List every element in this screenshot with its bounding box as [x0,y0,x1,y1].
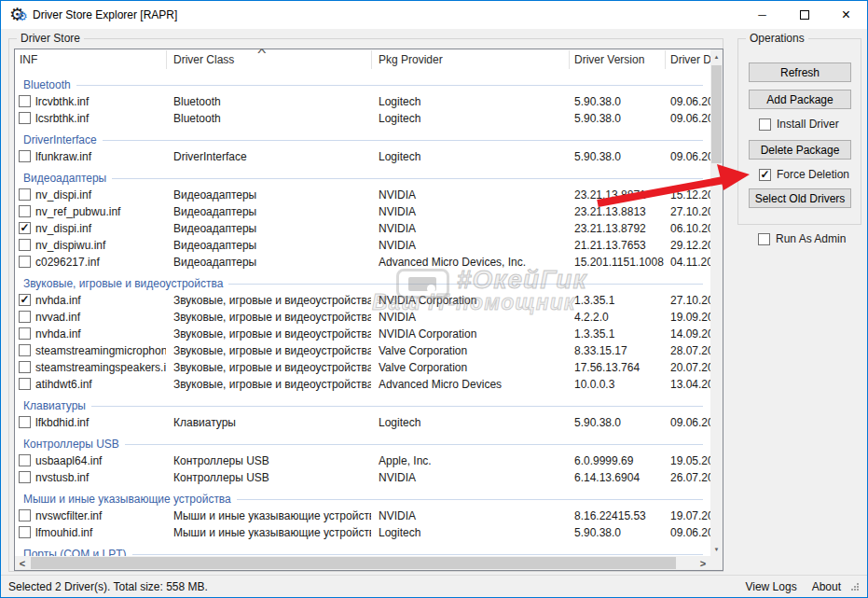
driver-row[interactable]: nvswcfilter.infМыши и иные указывающие у… [15,508,710,524]
driver-row[interactable]: nv_dispiwu.infВидеоадаптерыNVIDIA21.21.1… [15,237,710,254]
driver-row[interactable]: lrcvbthk.infBluetoothLogitech5.90.38.009… [15,93,710,110]
cell-inf: steamstreamingspeakers.inf [35,361,166,374]
row-checkbox[interactable]: ✓ [19,222,31,234]
cell-pkg-provider: NVIDIA [379,239,567,252]
cell-driver-class: Видеоадаптеры [173,205,371,218]
driver-row[interactable]: c0296217.infВидеоадаптерыAdvanced Micro … [15,254,710,271]
cell-driver-date: 04.11.20 [670,256,710,269]
cell-driver-version: 6.0.9999.69 [574,454,666,467]
scroll-left-icon[interactable]: < [15,556,30,570]
cell-driver-date: 19.05.20 [670,454,710,467]
cell-pkg-provider: Valve Corporation [379,361,567,374]
select-old-drivers-button[interactable]: Select Old Drivers [749,188,851,208]
row-checkbox[interactable] [19,256,31,268]
driver-store-groupbox: Driver Store INF Driver Class Pkg Provid… [8,38,723,572]
horizontal-scrollbar[interactable]: < > [15,556,710,570]
driver-row[interactable]: ✓nv_dispi.infВидеоадаптерыNVIDIA23.21.13… [15,220,710,237]
driver-row[interactable]: lfmouhid.infМыши и иные указывающие устр… [15,524,710,541]
driver-row[interactable]: lfunkraw.infDriverInterfaceLogitech5.90.… [15,148,710,165]
row-checkbox[interactable]: ✓ [19,294,31,306]
vertical-scrollbar[interactable]: ▲ ▼ [710,49,723,556]
vertical-scrollbar-thumb[interactable] [711,65,722,163]
view-logs-link[interactable]: View Logs [745,580,796,593]
driver-row[interactable]: lcsrbthk.infBluetoothLogitech5.90.38.009… [15,110,710,127]
cell-driver-class: Видеоадаптеры [173,239,371,252]
driver-row[interactable]: nv_ref_pubwu.infВидеоадаптерыNVIDIA23.21… [15,203,710,220]
row-checkbox[interactable] [19,311,31,323]
about-link[interactable]: About [812,580,841,593]
refresh-button[interactable]: Refresh [749,63,851,82]
cell-driver-version: 1.3.35.1 [574,327,666,341]
group-header: Видеоадаптеры [15,169,710,187]
driver-row[interactable]: atihdwt6.infЗвуковые, игровые и видеоуст… [15,376,710,393]
row-checkbox[interactable] [19,378,31,390]
sort-ascending-icon: ^ [257,47,266,60]
cell-pkg-provider: NVIDIA [379,471,567,484]
row-checkbox[interactable] [19,471,31,483]
column-header-pkg-provider[interactable]: Pkg Provider [379,53,560,66]
close-button[interactable]: × [825,1,867,29]
cell-inf: atihdwt6.inf [35,378,166,391]
scrollbar-corner [710,556,723,570]
add-package-button[interactable]: Add Package [749,90,851,109]
driver-row[interactable]: usbaapl64.infКонтроллеры USBApple, Inc.6… [15,452,710,469]
row-checkbox[interactable] [19,205,31,217]
cell-driver-version: 23.21.13.8792 [574,222,666,235]
row-checkbox[interactable] [19,416,31,428]
cell-driver-date: 09.06.20 [670,95,710,108]
row-checkbox[interactable] [19,526,31,538]
row-checkbox[interactable] [19,509,31,522]
row-checkbox[interactable] [19,454,31,466]
group-header: DriverInterface [15,131,710,148]
driver-row[interactable]: steamstreamingmicrophone.infЗвуковые, иг… [15,342,710,359]
window-title: Driver Store Explorer [RAPR] [33,8,177,21]
row-checkbox[interactable] [19,112,31,124]
cell-inf: nv_dispi.inf [35,188,166,202]
driver-row[interactable]: steamstreamingspeakers.infЗвуковые, игро… [15,359,710,376]
column-header-inf[interactable]: INF [20,53,159,66]
scroll-up-icon[interactable]: ▲ [710,49,723,63]
cell-driver-version: 15.201.1151.1008 [574,256,666,269]
driver-row[interactable]: nvvad.infЗвуковые, игровые и видеоустрой… [15,309,710,326]
cell-driver-class: Контроллеры USB [173,471,371,484]
status-bar: Selected 2 Driver(s). Total size: 558 MB… [1,575,867,597]
cell-driver-class: Мыши и иные указывающие устройства [173,526,371,539]
driver-row[interactable]: nvstusb.infКонтроллеры USBNVIDIA6.14.13.… [15,469,710,486]
cell-inf: lfkbdhid.inf [35,416,166,429]
row-checkbox[interactable] [19,344,31,356]
row-checkbox[interactable] [19,327,31,340]
resize-grip-icon[interactable] [850,582,860,591]
driver-group: Звуковые, игровые и видеоустройства✓nvhd… [15,274,710,393]
driver-row[interactable]: nvhda.infЗвуковые, игровые и видеоустрой… [15,326,710,342]
group-header-line [91,406,703,407]
column-header-driver-version[interactable]: Driver Version [574,53,663,66]
driver-group: Порты (COM и LPT) [15,545,710,556]
run-as-admin-checkbox[interactable] [758,233,770,245]
column-header-driver-date[interactable]: Driver Da [670,53,711,66]
horizontal-scrollbar-thumb[interactable] [31,557,676,569]
cell-driver-class: Клавиатуры [173,416,371,429]
cell-pkg-provider: Logitech [379,95,567,108]
column-header-driver-class[interactable]: Driver Class [173,53,360,66]
maximize-button[interactable] [783,1,825,29]
driver-row[interactable]: ✓nvhda.infЗвуковые, игровые и видеоустро… [15,292,710,309]
group-header-line [103,140,703,141]
delete-package-button[interactable]: Delete Package [749,140,851,160]
row-checkbox[interactable] [19,188,31,201]
cell-driver-class: Bluetooth [173,95,371,108]
row-checkbox[interactable] [19,361,31,373]
group-header-label: Bluetooth [23,78,76,91]
group-header-label: Мыши и иные указывающие устройства [23,493,237,506]
scroll-down-icon[interactable]: ▼ [710,542,723,556]
install-driver-checkbox[interactable] [759,118,771,131]
scroll-right-icon[interactable]: > [696,556,710,570]
list-header: INF Driver Class Pkg Provider Driver Ver… [15,49,710,70]
cell-inf: nv_ref_pubwu.inf [35,205,166,218]
driver-row[interactable]: lfkbdhid.infКлавиатурыLogitech5.90.38.00… [15,414,710,431]
minimize-button[interactable]: ─ [741,1,783,29]
row-checkbox[interactable] [19,95,31,107]
row-checkbox[interactable] [19,150,31,162]
force-deletion-checkbox[interactable]: ✓ [759,169,771,181]
row-checkbox[interactable] [19,239,31,251]
driver-row[interactable]: nv_dispi.infВидеоадаптерыNVIDIA23.21.13.… [15,187,710,203]
